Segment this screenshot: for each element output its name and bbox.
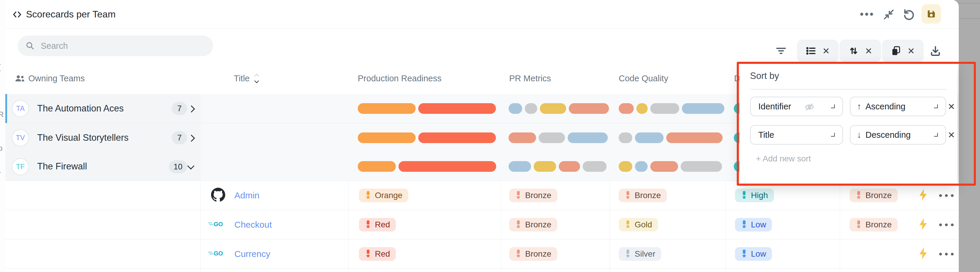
team-name: The Visual Storytellers bbox=[37, 123, 129, 152]
close-icon[interactable]: ✕ bbox=[865, 46, 872, 56]
chevron-down-icon bbox=[831, 104, 835, 108]
avatar-initials: TA bbox=[16, 104, 25, 113]
sort-field-select[interactable]: Title bbox=[750, 125, 843, 145]
pr-metrics-badge: Bronze bbox=[509, 218, 557, 232]
avatar-initials: TF bbox=[16, 163, 24, 171]
column-divider bbox=[609, 181, 610, 272]
close-icon[interactable]: ✕ bbox=[822, 46, 830, 56]
column-divider bbox=[200, 181, 201, 272]
column-header-owning-teams[interactable]: Owning Teams bbox=[28, 63, 85, 94]
page-title: Scorecards per Team bbox=[26, 0, 116, 29]
deployment-badge: Low bbox=[735, 247, 772, 261]
screenshot-canvas: ( R p r Scorecards per Team ••• ✕ ✕ ✕ bbox=[0, 0, 980, 272]
remove-sort-icon[interactable]: ✕ bbox=[946, 125, 957, 145]
sort-rule-row: Identifier ↑ Ascending ✕ bbox=[740, 97, 957, 116]
copy-stack-icon bbox=[891, 46, 902, 56]
scorecard-count-badge: 7 bbox=[172, 131, 187, 144]
list-icon bbox=[806, 46, 816, 56]
divider bbox=[750, 89, 947, 90]
column-header-production-readiness[interactable]: Production Readiness bbox=[358, 63, 442, 94]
background-page-left: ( R p r bbox=[0, 0, 5, 272]
production-readiness-bars[interactable] bbox=[358, 161, 499, 172]
sort-direction-select[interactable]: ↑ Ascending bbox=[850, 97, 946, 116]
sort-direction-select[interactable]: ↓ Descending bbox=[850, 125, 946, 145]
save-icon bbox=[926, 9, 937, 19]
production-readiness-bars[interactable] bbox=[358, 133, 499, 143]
sort-panel: Sort by Identifier ↑ Ascending ✕ Title bbox=[740, 64, 957, 185]
column-divider bbox=[840, 181, 840, 272]
lightning-icon[interactable] bbox=[918, 217, 929, 232]
more-menu-icon[interactable]: ••• bbox=[858, 0, 876, 29]
code-quality-bars[interactable] bbox=[619, 103, 727, 114]
collapse-icon[interactable] bbox=[882, 8, 896, 21]
background-fragment: R bbox=[0, 110, 4, 119]
sort-asc-caret-icon[interactable] bbox=[255, 74, 259, 78]
group-toggle[interactable]: ✕ bbox=[882, 40, 924, 62]
search-box[interactable] bbox=[18, 35, 213, 56]
team-avatar: TV bbox=[12, 129, 29, 146]
column-header-code-quality[interactable]: Code Quality bbox=[619, 63, 668, 94]
scorecard-count-badge: 7 bbox=[172, 102, 187, 115]
column-header-title[interactable]: Title bbox=[234, 63, 250, 94]
go-icon: GO bbox=[208, 249, 228, 259]
column-header-pr-metrics[interactable]: PR Metrics bbox=[509, 63, 551, 94]
production-readiness-badge: Red bbox=[359, 247, 396, 261]
deployment-badge: High bbox=[735, 189, 774, 202]
code-quality-bars[interactable] bbox=[619, 133, 725, 143]
production-readiness-badge: Orange bbox=[359, 189, 408, 202]
sort-toggle[interactable]: ✕ bbox=[840, 40, 881, 62]
list-view-toggle[interactable]: ✕ bbox=[797, 40, 838, 62]
remove-sort-icon[interactable]: ✕ bbox=[946, 97, 957, 116]
pr-metrics-bars[interactable] bbox=[509, 161, 609, 172]
filter-icon[interactable] bbox=[775, 40, 787, 62]
service-link[interactable]: Checkout bbox=[234, 210, 272, 239]
sort-field-select[interactable]: Identifier bbox=[750, 97, 843, 116]
sort-field-value: Identifier bbox=[758, 102, 791, 112]
service-row[interactable]: GO Checkout Red Bronze Gold Low Bronze •… bbox=[5, 210, 959, 240]
teams-icon bbox=[14, 63, 25, 94]
service-link[interactable]: Admin bbox=[234, 181, 259, 210]
eye-off-icon bbox=[804, 102, 815, 114]
code-quality-badge: Silver bbox=[619, 247, 661, 261]
selected-row-accent bbox=[5, 94, 7, 123]
svg-text:GO: GO bbox=[214, 221, 223, 227]
avatar-initials: TV bbox=[16, 134, 25, 142]
save-button[interactable] bbox=[921, 4, 941, 24]
lightning-icon[interactable] bbox=[918, 246, 929, 261]
service-row[interactable]: GO Currency Red Bronze Silver Low ••• bbox=[5, 240, 959, 269]
row-menu-icon[interactable]: ••• bbox=[935, 240, 960, 269]
github-icon bbox=[211, 188, 225, 203]
search-icon bbox=[25, 41, 35, 51]
production-readiness-bars[interactable] bbox=[358, 103, 499, 114]
pr-metrics-bars[interactable] bbox=[509, 133, 611, 143]
add-new-sort-button[interactable]: + Add new sort bbox=[756, 154, 811, 163]
row-menu-icon[interactable]: ••• bbox=[935, 210, 960, 239]
row-menu-icon[interactable]: ••• bbox=[935, 181, 960, 210]
close-icon[interactable]: ✕ bbox=[907, 46, 915, 56]
background-fragment: ( bbox=[0, 63, 1, 72]
team-avatar: TF bbox=[12, 158, 29, 175]
column-divider bbox=[725, 181, 726, 272]
download-icon[interactable] bbox=[929, 40, 942, 62]
search-input[interactable] bbox=[40, 41, 195, 51]
service-row[interactable]: Admin Orange Bronze Bronze High Bronze •… bbox=[5, 181, 959, 210]
pr-metrics-badge: Bronze bbox=[509, 189, 557, 202]
header-bar bbox=[5, 0, 959, 29]
sort-arrows-icon bbox=[848, 46, 859, 56]
lightning-icon[interactable] bbox=[918, 188, 929, 203]
background-fragment: r bbox=[0, 169, 1, 178]
pr-metrics-bars[interactable] bbox=[509, 103, 612, 114]
sort-direction-value: Descending bbox=[865, 130, 911, 140]
team-name: The Firewall bbox=[37, 152, 87, 181]
background-fragment: p bbox=[0, 144, 2, 153]
deployment-badge: Low bbox=[735, 218, 772, 232]
sort-direction-value: Ascending bbox=[865, 102, 905, 112]
last-column-badge: Bronze bbox=[850, 218, 898, 232]
undo-icon[interactable] bbox=[902, 8, 916, 21]
code-quality-bars[interactable] bbox=[619, 161, 725, 172]
sort-desc-caret-icon[interactable] bbox=[255, 78, 259, 83]
sort-panel-title: Sort by bbox=[750, 70, 779, 81]
svg-text:GO: GO bbox=[214, 250, 223, 257]
service-link[interactable]: Currency bbox=[234, 240, 270, 269]
ascending-arrow-icon: ↑ bbox=[857, 101, 861, 112]
